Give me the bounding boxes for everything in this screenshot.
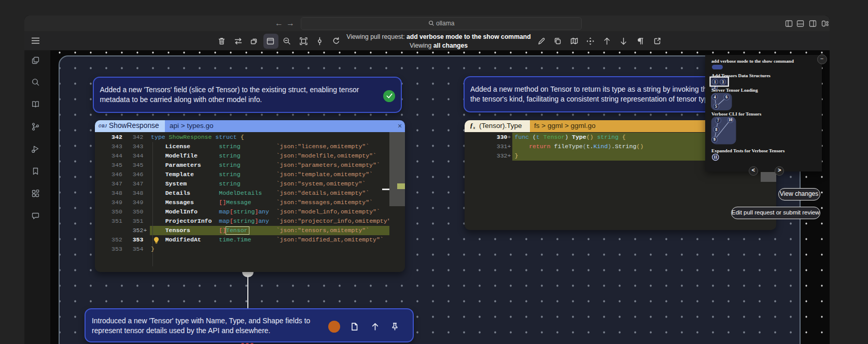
svg-text:10: 10 bbox=[729, 118, 733, 122]
svg-text:5: 5 bbox=[715, 104, 717, 109]
svg-text:4: 4 bbox=[714, 95, 716, 99]
svg-text:7: 7 bbox=[717, 118, 719, 123]
svg-text:9: 9 bbox=[713, 137, 716, 142]
svg-text:6: 6 bbox=[725, 95, 727, 99]
svg-text:1: 1 bbox=[714, 80, 716, 84]
svg-text:8: 8 bbox=[716, 127, 718, 132]
svg-text:3: 3 bbox=[722, 80, 724, 84]
svg-text:11: 11 bbox=[713, 155, 717, 160]
